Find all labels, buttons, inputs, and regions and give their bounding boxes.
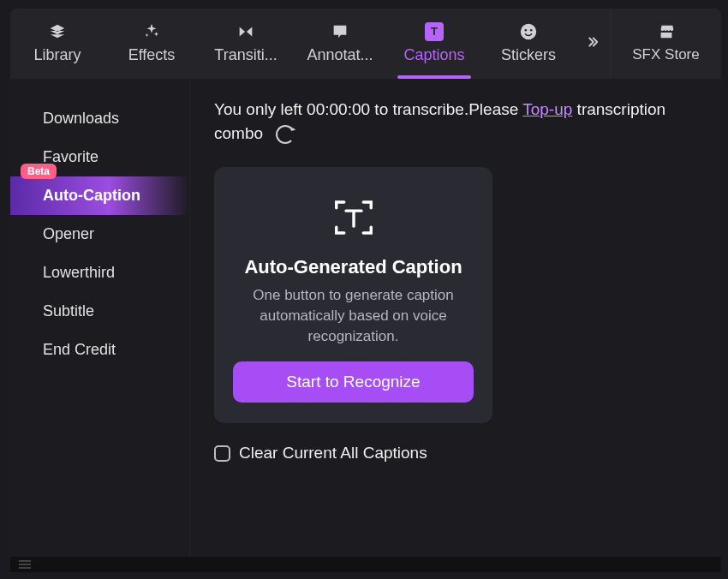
transition-icon [236, 22, 255, 41]
smile-icon [519, 22, 538, 41]
bottom-bar [10, 557, 721, 572]
svg-point-2 [530, 28, 533, 31]
notice-text: You only left [214, 100, 307, 118]
sidebar-item-label: Auto-Caption [43, 187, 140, 205]
notice-time: 00:00:00 [307, 100, 370, 118]
transcription-notice: You only left 00:00:00 to transcribe.Ple… [214, 98, 697, 145]
captions-sidebar: Downloads Favorite Beta Auto-Caption Ope… [10, 79, 190, 557]
notice-text: to transcribe.Please [370, 100, 522, 118]
store-icon [657, 22, 676, 41]
tab-annotations[interactable]: Annotat... [293, 9, 387, 79]
clear-captions-checkbox[interactable]: Clear Current All Captions [214, 444, 697, 463]
tab-effects[interactable]: Effects [104, 9, 199, 79]
menu-icon[interactable] [19, 557, 31, 572]
clear-captions-label: Clear Current All Captions [239, 444, 427, 463]
tab-stickers[interactable]: Stickers [481, 9, 576, 79]
library-icon [48, 22, 67, 41]
start-recognize-button[interactable]: Start to Recognize [233, 361, 474, 403]
tab-transitions[interactable]: Transiti... [199, 9, 293, 79]
card-title: Auto-Generated Caption [244, 256, 462, 278]
annotation-icon [331, 22, 349, 41]
sidebar-item-label: End Credit [43, 341, 116, 359]
sidebar-item-label: Subtitle [43, 302, 94, 320]
sidebar-item-label: Lowerthird [43, 264, 115, 282]
tab-library[interactable]: Library [10, 9, 104, 79]
svg-point-1 [525, 28, 528, 31]
tab-annotations-label: Annotat... [301, 46, 378, 64]
main-panel: You only left 00:00:00 to transcribe.Ple… [190, 79, 721, 557]
sidebar-item-label: Downloads [43, 110, 119, 128]
tab-sfx-store[interactable]: SFX Store [610, 9, 721, 79]
top-tabs: Library Effects Transiti... Annotat... T… [10, 9, 721, 79]
captions-icon: T [425, 22, 444, 41]
chevron-double-right-icon [585, 34, 600, 53]
tab-transitions-label: Transiti... [209, 46, 282, 64]
sidebar-item-opener[interactable]: Opener [10, 215, 189, 254]
tab-library-label: Library [28, 46, 86, 64]
tab-sfx-label: SFX Store [627, 46, 704, 63]
sidebar-item-lowerthird[interactable]: Lowerthird [10, 254, 189, 292]
sidebar-item-auto-caption[interactable]: Beta Auto-Caption [10, 176, 189, 215]
topup-link[interactable]: Top-up [522, 100, 572, 118]
card-description: One button to generate caption automatic… [233, 285, 474, 346]
svg-point-0 [521, 23, 536, 39]
tab-captions-label: Captions [398, 46, 469, 64]
sidebar-item-downloads[interactable]: Downloads [10, 99, 189, 138]
tab-captions[interactable]: T Captions [387, 9, 481, 79]
tabs-more-button[interactable] [576, 9, 610, 79]
sidebar-item-end-credit[interactable]: End Credit [10, 331, 189, 369]
beta-badge: Beta [21, 164, 57, 179]
text-scan-icon [331, 194, 377, 241]
refresh-icon[interactable] [276, 125, 295, 144]
tab-effects-label: Effects [123, 46, 181, 64]
sidebar-item-subtitle[interactable]: Subtitle [10, 292, 189, 331]
auto-caption-card: Auto-Generated Caption One button to gen… [214, 167, 492, 423]
sparkle-icon [142, 22, 161, 41]
checkbox-icon [214, 445, 230, 462]
tab-stickers-label: Stickers [496, 46, 561, 64]
sidebar-item-label: Opener [43, 225, 94, 243]
